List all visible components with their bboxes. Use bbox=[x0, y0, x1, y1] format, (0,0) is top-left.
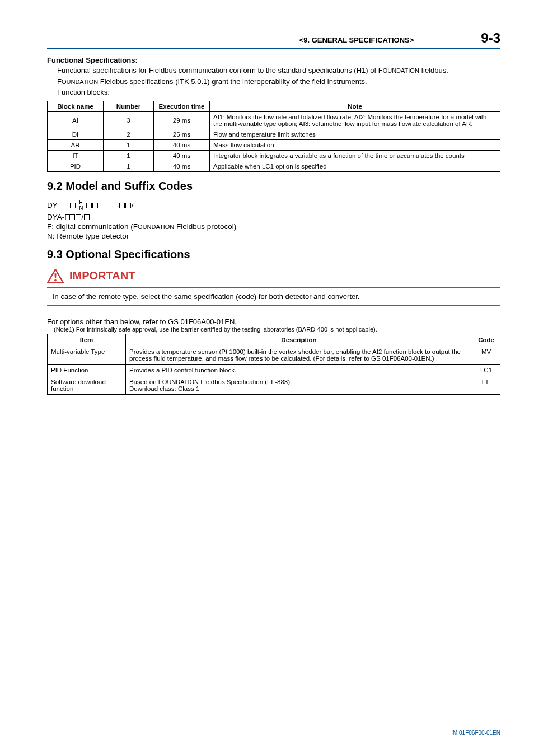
th-block-name: Block name bbox=[48, 101, 104, 111]
section-9-3-heading: 9.3 Optional Specifications bbox=[47, 248, 500, 261]
th-item: Item bbox=[48, 334, 126, 346]
warning-icon bbox=[47, 269, 64, 283]
th-exec-time: Execution time bbox=[154, 101, 210, 111]
model-code-line-1: DY - FN - / bbox=[47, 198, 500, 213]
th-number: Number bbox=[104, 101, 154, 111]
table-row: PID Function Provides a PID control func… bbox=[48, 364, 500, 376]
functional-spec-heading: Functional Specifications: bbox=[47, 56, 500, 64]
header-section-label: <9. GENERAL SPECIFICATIONS> bbox=[299, 36, 414, 44]
model-code-line-4: N: Remote type detector bbox=[47, 232, 500, 240]
table-row: AI 3 29 ms AI1: Monitors the fow rate an… bbox=[48, 111, 500, 129]
svg-point-2 bbox=[54, 279, 57, 281]
optional-spec-table: Item Description Code Multi-variable Typ… bbox=[47, 334, 500, 395]
doc-number: IM 01F06F00-01EN bbox=[451, 730, 500, 736]
table-row: AR 1 40 ms Mass flow calculation bbox=[48, 139, 500, 150]
page-footer: IM 01F06F00-01EN bbox=[47, 727, 500, 736]
table-row: DI 2 25 ms Flow and temperature limit sw… bbox=[48, 129, 500, 139]
th-note: Note bbox=[210, 101, 500, 111]
page-header: <9. GENERAL SPECIFICATIONS> 9-3 bbox=[47, 30, 500, 49]
model-code-line-2: DYA-F/ bbox=[47, 213, 500, 221]
function-blocks-table: Block name Number Execution time Note AI… bbox=[47, 101, 500, 172]
functional-spec-p2: FOUNDATION Fieldbus specifications (ITK … bbox=[57, 77, 500, 87]
section-9-2-heading: 9.2 Model and Suffix Codes bbox=[47, 180, 500, 193]
important-label: IMPORTANT bbox=[69, 269, 135, 282]
table-row: Multi-variable Type Provides a temperatu… bbox=[48, 346, 500, 364]
important-box: In case of the remote type, select the s… bbox=[47, 287, 500, 306]
table-row: PID 1 40 ms Applicable when LC1 option i… bbox=[48, 161, 500, 171]
page-number: 9-3 bbox=[481, 30, 500, 46]
functional-spec-p1: Functional specifications for Fieldbus c… bbox=[57, 66, 500, 76]
model-code-line-3: F: digital communication (FOUNDATION Fie… bbox=[47, 222, 500, 231]
important-header: IMPORTANT bbox=[47, 269, 500, 283]
functional-spec-p3: Function blocks: bbox=[57, 87, 500, 97]
th-code: Code bbox=[472, 334, 500, 346]
options-reference-text: For options other than below, refer to G… bbox=[47, 318, 500, 326]
table-row: IT 1 40 ms Integrator block integrates a… bbox=[48, 150, 500, 161]
table-row: Software download function Based on FOUN… bbox=[48, 376, 500, 394]
note-1: (Note1) For intrinsically safe approval,… bbox=[54, 326, 500, 333]
th-description: Description bbox=[126, 334, 472, 346]
